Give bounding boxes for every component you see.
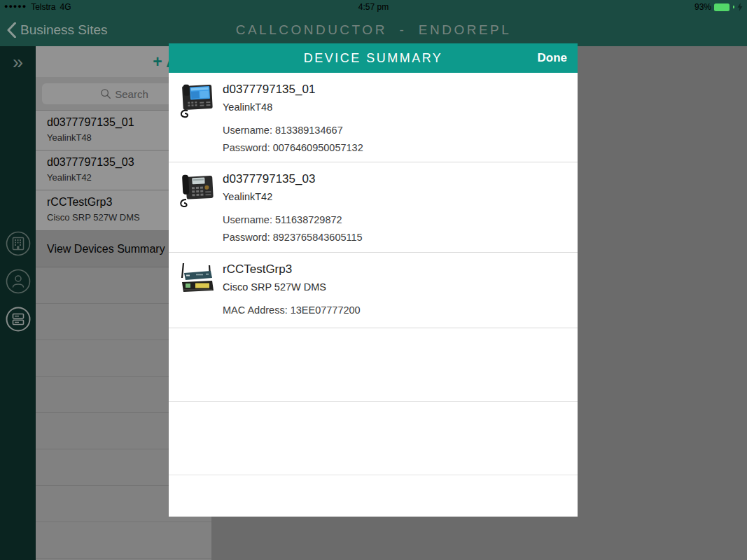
summary-device-name: rCCTestGrp3	[223, 262, 578, 276]
summary-device-model: Cisco SRP 527W DMS	[223, 281, 578, 293]
yealink-t42-phone-image	[178, 171, 216, 209]
field-value: 8923765843605115	[273, 232, 363, 243]
cisco-srp-527w-router-image	[178, 261, 216, 300]
device-fields: Username:813389134667 Password:007646095…	[223, 125, 578, 153]
username-line: Username:511638729872	[223, 214, 578, 225]
field-label: Username:	[223, 214, 272, 225]
field-value: 0076460950057132	[273, 142, 363, 153]
field-value: 13EE07777200	[291, 304, 361, 316]
summary-device-name: d0377797135_01	[223, 83, 578, 97]
username-line: Username:813389134667	[223, 125, 578, 136]
clock-label: 4:57 pm	[0, 2, 747, 12]
summary-device-1: d0377797135_01 YealinkT48 Username:81338…	[169, 73, 578, 162]
modal-empty-row	[169, 402, 578, 475]
field-label: Username:	[223, 125, 272, 136]
mac-address-line: MAC Address:13EE07777200	[223, 304, 578, 316]
modal-empty-row	[169, 328, 578, 402]
device-fields: MAC Address:13EE07777200	[223, 304, 578, 316]
done-button[interactable]: Done	[538, 43, 568, 73]
field-label: Password:	[223, 142, 270, 153]
page-title: CALLCONDUCTOR - ENDOREPL	[0, 14, 747, 46]
status-bar: ●●●●● Telstra 4G 4:57 pm 93%	[0, 0, 747, 14]
nav-bar: Business Sites CALLCONDUCTOR - ENDOREPL	[0, 14, 747, 46]
field-value: 813389134667	[275, 125, 343, 136]
modal-header: DEVICE SUMMARY Done	[169, 43, 578, 73]
device-fields: Username:511638729872 Password:892376584…	[223, 214, 578, 243]
field-label: MAC Address:	[223, 304, 288, 316]
summary-device-model: YealinkT48	[223, 102, 578, 113]
charging-bolt-icon	[737, 3, 743, 11]
status-right: 93%	[694, 0, 743, 14]
battery-percent-label: 93%	[694, 2, 711, 12]
modal-title: DEVICE SUMMARY	[304, 51, 443, 66]
password-line: Password:0076460950057132	[223, 142, 578, 153]
yealink-t48-phone-image	[178, 81, 216, 120]
password-line: Password:8923765843605115	[223, 232, 578, 243]
summary-device-name: d0377797135_03	[223, 172, 578, 186]
battery-tip	[733, 6, 734, 8]
field-value: 511638729872	[275, 214, 342, 225]
app-screen: ●●●●● Telstra 4G 4:57 pm 93% Business Si…	[0, 0, 747, 560]
modal-body: d0377797135_01 YealinkT48 Username:81338…	[169, 73, 578, 517]
summary-device-2: d0377797135_03 YealinkT42 Username:51163…	[169, 162, 578, 253]
summary-device-3: rCCTestGrp3 Cisco SRP 527W DMS MAC Addre…	[169, 253, 578, 328]
summary-device-model: YealinkT42	[223, 191, 578, 202]
device-summary-modal: DEVICE SUMMARY Done	[169, 43, 578, 517]
field-label: Password:	[223, 232, 270, 243]
battery-icon	[714, 4, 729, 11]
